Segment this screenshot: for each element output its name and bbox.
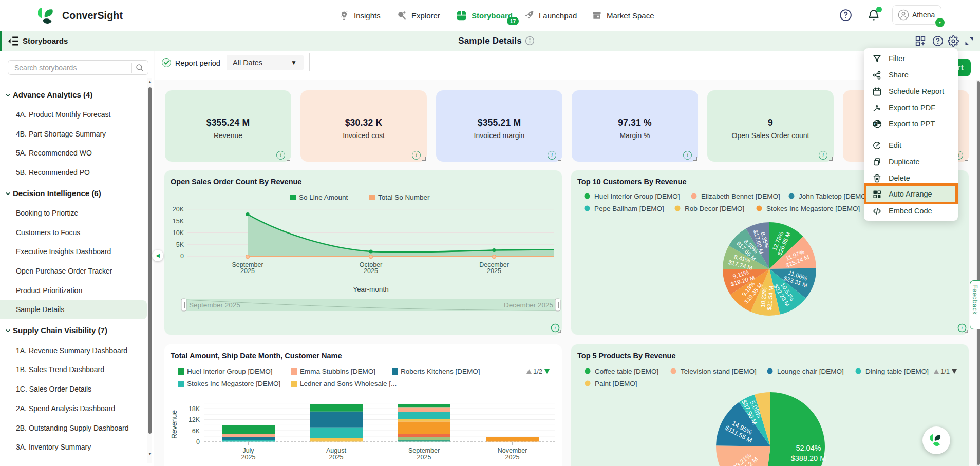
svg-text:Paint [DEMO]: Paint [DEMO] xyxy=(595,380,637,387)
svg-text:i: i xyxy=(555,325,556,331)
svg-text:Dining table [DEMO]: Dining table [DEMO] xyxy=(865,367,929,375)
svg-text:20K: 20K xyxy=(173,206,184,213)
svg-text:Pepe Ballham [DEMO]: Pepe Ballham [DEMO] xyxy=(594,205,664,212)
svg-text:December 2025: December 2025 xyxy=(504,301,553,309)
svg-text:12K: 12K xyxy=(189,416,200,423)
svg-text:5K: 5K xyxy=(176,241,184,248)
svg-text:Year-month: Year-month xyxy=(353,285,388,293)
svg-text:Total So Number: Total So Number xyxy=(378,193,430,201)
svg-text:2025: 2025 xyxy=(329,454,344,461)
svg-text:2025: 2025 xyxy=(364,267,378,275)
svg-text:15K: 15K xyxy=(173,218,184,225)
svg-text:0: 0 xyxy=(196,438,200,445)
svg-text:Huel Interior Group [DEMO]: Huel Interior Group [DEMO] xyxy=(594,192,680,200)
svg-text:September 2025: September 2025 xyxy=(189,301,240,309)
svg-text:Ledner and Sons Wholesale [...: Ledner and Sons Wholesale [... xyxy=(300,380,397,387)
svg-text:1/1: 1/1 xyxy=(940,367,950,375)
svg-text:Revenue: Revenue xyxy=(170,410,178,439)
svg-text:July: July xyxy=(242,447,254,454)
svg-text:2025: 2025 xyxy=(240,267,255,275)
svg-text:2025: 2025 xyxy=(241,454,256,461)
svg-text:August: August xyxy=(326,447,346,454)
svg-text:Top 5 Products By Revenue: Top 5 Products By Revenue xyxy=(577,352,676,360)
svg-text:Open Sales Order Count By Reve: Open Sales Order Count By Revenue xyxy=(171,178,301,186)
svg-text:$388.20 M: $388.20 M xyxy=(791,454,826,462)
svg-text:2025: 2025 xyxy=(487,267,501,275)
svg-text:Total Amount, Ship Date Month,: Total Amount, Ship Date Month, Customer … xyxy=(171,352,342,360)
svg-text:Stokes Inc Megastore [DEMO]: Stokes Inc Megastore [DEMO] xyxy=(766,205,860,212)
svg-text:Elizabeth Bennet [DEMO]: Elizabeth Bennet [DEMO] xyxy=(701,192,780,200)
svg-text:2025: 2025 xyxy=(417,454,431,461)
svg-text:Huel Interior Group [DEMO]: Huel Interior Group [DEMO] xyxy=(187,367,273,375)
svg-text:So Line Amount: So Line Amount xyxy=(299,193,348,201)
svg-text:Top 10 Customers By Revenue: Top 10 Customers By Revenue xyxy=(577,178,686,186)
svg-text:6K: 6K xyxy=(192,428,200,435)
svg-text:Coffee table [DEMO]: Coffee table [DEMO] xyxy=(595,367,658,375)
svg-text:P: P xyxy=(874,122,877,126)
svg-text:Stokes Inc Megastore [DEMO]: Stokes Inc Megastore [DEMO] xyxy=(187,380,280,387)
svg-text:52.04%: 52.04% xyxy=(796,444,821,452)
svg-text:0: 0 xyxy=(180,253,184,260)
svg-text:Lounge chair [DEMO]: Lounge chair [DEMO] xyxy=(777,367,844,375)
svg-text:Emma Stubbins [DEMO]: Emma Stubbins [DEMO] xyxy=(300,367,375,375)
svg-text:September: September xyxy=(408,447,440,454)
svg-text:1/2: 1/2 xyxy=(533,367,542,375)
svg-text:November: November xyxy=(498,447,527,454)
svg-text:i: i xyxy=(962,325,963,331)
svg-text:18K: 18K xyxy=(189,405,200,413)
svg-text:Television stand [DEMO]: Television stand [DEMO] xyxy=(681,367,757,375)
svg-text:Rob Decor [DEMO]: Rob Decor [DEMO] xyxy=(685,205,744,212)
svg-text:10.22%$21.54 M: 10.22%$21.54 M xyxy=(760,285,775,310)
svg-text:10K: 10K xyxy=(173,229,184,237)
svg-text:2025: 2025 xyxy=(505,454,520,461)
svg-text:Roberts Kitchens [DEMO]: Roberts Kitchens [DEMO] xyxy=(401,367,480,375)
svg-text:John Tabletop [DEMO]: John Tabletop [DEMO] xyxy=(799,192,869,200)
